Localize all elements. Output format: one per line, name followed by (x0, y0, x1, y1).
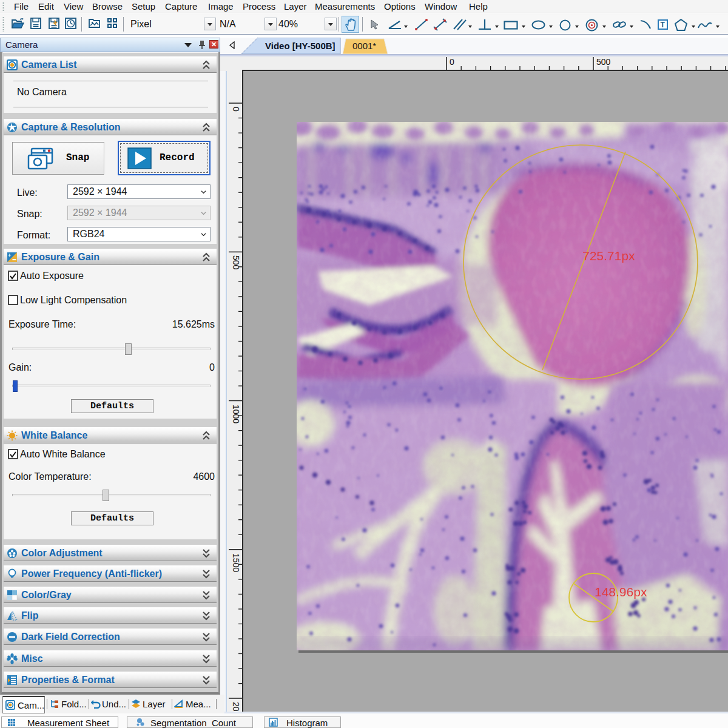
svg-text:+: + (8, 252, 11, 258)
svg-text:725.71px: 725.71px (582, 249, 635, 263)
svg-text:T: T (661, 21, 666, 29)
svg-text:500: 500 (231, 255, 241, 270)
svg-text:1000: 1000 (231, 405, 241, 423)
svg-text:0: 0 (450, 57, 454, 67)
svg-text:1500: 1500 (231, 553, 241, 572)
svg-text:500: 500 (596, 57, 611, 67)
svg-text:Video [HY-500B]: Video [HY-500B] (265, 41, 335, 51)
svg-text:2000: 2000 (231, 702, 241, 712)
svg-text:148.96px: 148.96px (595, 585, 647, 599)
svg-text:0: 0 (231, 107, 241, 112)
svg-text:0001*: 0001* (352, 41, 376, 51)
